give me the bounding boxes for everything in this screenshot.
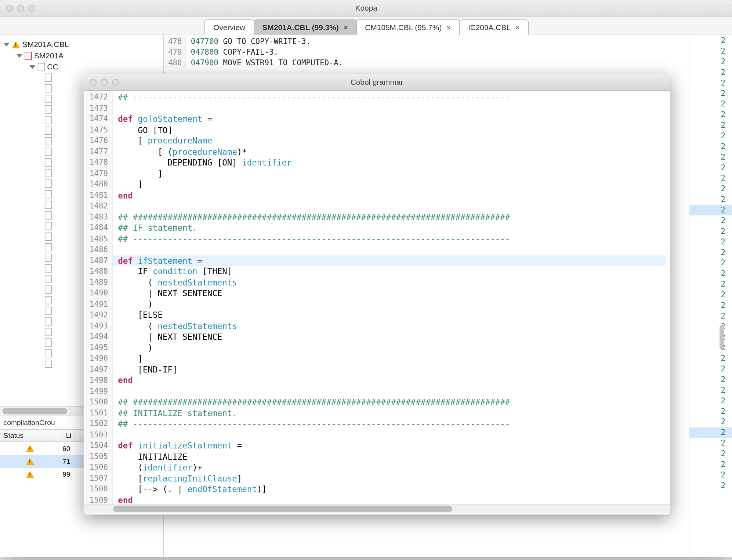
li-cell: 99 xyxy=(62,470,70,479)
tree-label: SM201A xyxy=(34,51,64,60)
code-line[interactable]: 480047900 MOVE WSTR91 TO COMPUTED-A.SM20… xyxy=(164,58,732,68)
warning-icon xyxy=(26,445,34,452)
traffic-lights xyxy=(84,79,119,86)
code-line[interactable]: 479047800 COPY-FAIL-3.SM2014.2 xyxy=(164,47,732,58)
code-line[interactable] xyxy=(118,386,670,397)
line-number: 478 xyxy=(164,36,186,47)
tab-label: Overview xyxy=(213,23,245,32)
li-cell: 60 xyxy=(62,444,70,452)
code-line[interactable]: ) xyxy=(118,342,670,353)
code-line[interactable]: | NEXT SENTENCE xyxy=(118,288,670,299)
minimize-icon[interactable] xyxy=(17,4,24,11)
code-line[interactable]: [ (procedureName)* xyxy=(118,146,670,157)
code-line[interactable]: ) xyxy=(118,299,670,310)
minimize-icon[interactable] xyxy=(101,79,108,86)
tab-sm201a[interactable]: SM201A.CBL (99.3%) × xyxy=(254,19,357,35)
line-number: 1500 xyxy=(84,397,113,408)
code-line[interactable]: ] xyxy=(118,179,670,190)
line-number: 1502 xyxy=(84,418,113,429)
chevron-down-icon[interactable] xyxy=(17,54,22,58)
segment-icon xyxy=(45,84,52,92)
code-line[interactable]: ## -------------------------------------… xyxy=(118,418,670,429)
segment-icon xyxy=(45,286,52,294)
code-line[interactable]: ## #####################################… xyxy=(118,397,670,408)
segment-icon xyxy=(45,233,52,241)
line-number: 1483 xyxy=(84,212,113,223)
line-number: 1505 xyxy=(84,451,113,462)
float-titlebar: Cobol grammar xyxy=(84,74,670,91)
zoom-icon[interactable] xyxy=(112,79,119,86)
col-status[interactable]: Status xyxy=(0,430,62,441)
code-line[interactable]: DEPENDING [ON] identifier xyxy=(118,157,670,168)
code-line[interactable]: (identifier)+ xyxy=(118,462,670,473)
tab-overview[interactable]: Overview xyxy=(204,19,254,35)
main-vscrollbar[interactable] xyxy=(720,42,726,550)
line-number: 1475 xyxy=(84,124,113,135)
code-line[interactable] xyxy=(118,201,670,212)
code-line[interactable]: end xyxy=(118,495,670,504)
close-icon[interactable] xyxy=(90,79,97,86)
segment-icon xyxy=(45,275,52,283)
line-number: 1507 xyxy=(84,473,113,484)
code-line[interactable] xyxy=(118,244,670,255)
code-line[interactable]: ## -------------------------------------… xyxy=(118,92,670,103)
code-line[interactable]: INITIALIZE xyxy=(118,451,670,462)
line-number: 1481 xyxy=(84,190,113,201)
tab-cm105m[interactable]: CM105M.CBL (95.7%) × xyxy=(356,19,460,35)
line-number: 1495 xyxy=(84,342,113,353)
code-line[interactable]: [--> (. | endOfStatement)] xyxy=(118,484,670,495)
tab-ic209a[interactable]: IC209A.CBL × xyxy=(459,19,529,35)
tree-row-section[interactable]: CC xyxy=(0,61,163,72)
code-line[interactable]: ] xyxy=(118,353,670,364)
document-icon xyxy=(25,51,32,59)
close-icon[interactable] xyxy=(6,4,13,11)
code-line[interactable]: [ procedureName xyxy=(118,135,670,146)
code-line[interactable]: IF condition [THEN] xyxy=(118,266,670,277)
segment-icon xyxy=(45,74,52,82)
segment-icon xyxy=(45,360,52,368)
code-line[interactable]: def initializeStatement = xyxy=(118,440,670,451)
code-line[interactable]: def goToStatement = xyxy=(118,114,670,125)
line-number: 479 xyxy=(164,47,186,58)
close-icon[interactable]: × xyxy=(446,23,451,32)
code-line[interactable]: ## #####################################… xyxy=(118,212,670,223)
code-line[interactable] xyxy=(118,103,670,114)
code-line[interactable]: 478047700 GO TO COPY-WRITE-3.SM2014.2 xyxy=(164,36,732,47)
code-line[interactable]: ] xyxy=(118,168,670,179)
code-line[interactable]: ## IF statement. xyxy=(118,222,670,233)
code-line[interactable]: end xyxy=(118,375,670,386)
chevron-down-icon[interactable] xyxy=(29,65,35,69)
zoom-icon[interactable] xyxy=(28,4,35,11)
code-line[interactable]: [ELSE xyxy=(118,310,670,321)
code-line[interactable] xyxy=(118,429,670,440)
code-line[interactable]: [replacingInitClause] xyxy=(118,473,670,484)
code-line[interactable]: ## INITIALIZE statement. xyxy=(118,408,670,419)
traffic-lights xyxy=(0,4,35,11)
code-line[interactable]: GO [TO] xyxy=(118,124,670,135)
grammar-editor[interactable]: 1472147314741475147614771478147914801481… xyxy=(84,91,670,504)
line-number: 1473 xyxy=(84,103,113,114)
segment-icon xyxy=(45,211,52,219)
close-icon[interactable]: × xyxy=(515,23,520,32)
tree-row-program[interactable]: SM201A xyxy=(0,50,163,61)
code-line[interactable]: end xyxy=(118,190,670,201)
code-line[interactable]: ( nestedStatements xyxy=(118,277,670,288)
scrollbar-thumb[interactable] xyxy=(720,325,724,349)
scrollbar-thumb[interactable] xyxy=(2,408,67,415)
line-number: 1476 xyxy=(84,135,113,146)
float-hscrollbar[interactable] xyxy=(84,504,670,513)
close-icon[interactable]: × xyxy=(344,23,348,32)
code-line[interactable]: [END-IF] xyxy=(118,364,670,375)
code-line[interactable]: ## -------------------------------------… xyxy=(118,233,670,244)
line-number: 1494 xyxy=(84,331,113,342)
col-li[interactable]: Li xyxy=(62,430,76,441)
line-number: 1508 xyxy=(84,484,113,495)
code-line[interactable]: def ifStatement = xyxy=(113,255,665,266)
scrollbar-thumb[interactable] xyxy=(113,506,452,512)
tree-label: SM201A.CBL xyxy=(22,40,69,49)
line-number: 1472 xyxy=(84,92,113,103)
tree-row-file[interactable]: SM201A.CBL xyxy=(0,39,163,50)
code-line[interactable]: ( nestedStatements xyxy=(118,320,670,331)
code-line[interactable]: | NEXT SENTENCE xyxy=(118,331,670,342)
chevron-down-icon[interactable] xyxy=(4,43,10,46)
